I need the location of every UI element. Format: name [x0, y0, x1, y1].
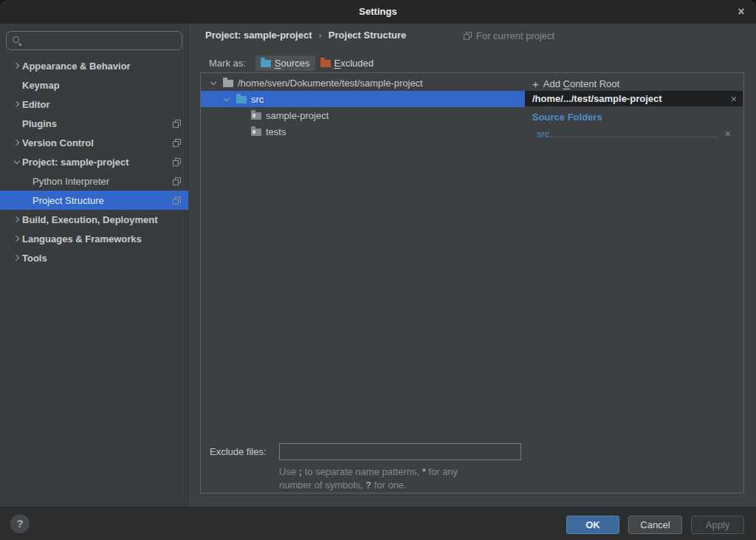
sidebar-item-appearance-behavior[interactable]: Appearance & Behavior	[0, 56, 188, 75]
chevron-down-icon[interactable]	[12, 161, 22, 163]
sidebar-item-editor[interactable]: Editor	[0, 95, 188, 114]
tree-row-label: sample-project	[266, 110, 329, 121]
sidebar-item-python-interpreter[interactable]: Python Interpreter	[0, 171, 188, 191]
sidebar-item-project[interactable]: Project: sample-project	[0, 152, 188, 171]
tree-row-sample-project[interactable]: sample-project	[201, 107, 525, 123]
chevron-right-icon[interactable]	[12, 217, 22, 222]
dialog-title: Settings	[0, 0, 756, 24]
sources-folder-icon	[261, 60, 271, 67]
exclude-files-input[interactable]	[279, 443, 521, 460]
content-roots-panel: + Add Content Root /home/.../test/sample…	[525, 72, 744, 493]
excluded-folder-icon	[320, 60, 331, 67]
source-folder-name[interactable]: src	[537, 129, 549, 140]
sidebar-item-languages-frameworks[interactable]: Languages & Frameworks	[0, 229, 188, 248]
scope-icon	[173, 196, 181, 205]
close-icon[interactable]: ×	[732, 3, 750, 21]
scope-icon	[173, 120, 181, 128]
content-root-path: /home/.../test/sample-project	[525, 93, 725, 104]
source-folders-title: Source Folders	[532, 112, 602, 123]
settings-dialog: Settings × Appearance & Behavior Keymap …	[0, 0, 756, 540]
scope-label: For current project	[476, 30, 554, 41]
folder-icon	[223, 80, 233, 87]
tree-row-label: src	[251, 94, 264, 105]
chevron-right-icon[interactable]	[12, 236, 22, 241]
sidebar-item-project-structure[interactable]: Project Structure	[0, 191, 188, 210]
sidebar-item-version-control[interactable]: Version Control	[0, 133, 188, 152]
apply-button[interactable]: Apply	[691, 516, 744, 534]
sidebar-item-keymap[interactable]: Keymap	[0, 75, 188, 95]
search-box[interactable]	[6, 31, 182, 50]
folder-icon	[251, 112, 261, 120]
folder-icon	[251, 129, 261, 136]
tree-row-label: /home/sven/Dokumente/test/sample-project	[238, 78, 423, 89]
chevron-right-icon[interactable]	[12, 140, 22, 145]
tree-row-label: tests	[266, 126, 286, 137]
search-input[interactable]	[26, 32, 177, 49]
chevron-right-icon[interactable]	[12, 64, 22, 68]
breadcrumb-page: Project Structure	[329, 30, 406, 41]
mark-sources-button[interactable]: Sources	[255, 55, 315, 71]
dotted-leader	[551, 137, 717, 137]
mark-excluded-button[interactable]: Excluded	[315, 55, 379, 71]
add-content-root-button[interactable]: + Add Content Root	[532, 76, 619, 91]
search-icon	[12, 35, 22, 46]
sidebar-item-tools[interactable]: Tools	[0, 248, 188, 267]
breadcrumb-separator: ›	[319, 30, 322, 41]
breadcrumb-project[interactable]: Project: sample-project	[205, 30, 312, 41]
ok-button[interactable]: OK	[566, 516, 619, 534]
remove-content-root-icon[interactable]: ×	[725, 93, 743, 105]
chevron-right-icon[interactable]	[12, 256, 22, 260]
folder-tree: /home/sven/Dokumente/test/sample-project…	[201, 75, 525, 140]
tree-row-src[interactable]: src	[201, 91, 525, 107]
tree-row-tests[interactable]: tests	[201, 123, 525, 140]
sidebar-item-plugins[interactable]: Plugins	[0, 114, 188, 133]
settings-sidebar: Appearance & Behavior Keymap Editor Plug…	[0, 24, 188, 507]
sidebar-item-build-execution-deployment[interactable]: Build, Execution, Deployment	[0, 210, 188, 229]
cancel-button[interactable]: Cancel	[628, 516, 682, 534]
scope-icon	[464, 32, 472, 40]
chevron-down-icon[interactable]	[208, 82, 219, 84]
sidebar-list: Appearance & Behavior Keymap Editor Plug…	[0, 56, 188, 267]
scope-indicator: For current project	[464, 30, 554, 41]
scope-icon	[173, 158, 181, 166]
remove-source-folder-icon[interactable]: ×	[719, 128, 737, 140]
mark-as-toolbar: Mark as: Sources Excluded	[209, 54, 379, 72]
tree-row-root[interactable]: /home/sven/Dokumente/test/sample-project	[201, 75, 525, 91]
scope-icon	[173, 139, 181, 147]
source-folder-icon	[236, 96, 247, 103]
title-bar: Settings ×	[0, 0, 756, 24]
help-button[interactable]: ?	[10, 514, 30, 533]
content-root-row[interactable]: /home/.../test/sample-project ×	[525, 91, 743, 106]
source-folder-row[interactable]: src ×	[537, 126, 737, 140]
breadcrumb: Project: sample-project › Project Struct…	[205, 30, 406, 41]
scope-icon	[173, 177, 181, 185]
plus-icon: +	[532, 78, 539, 90]
exclude-files-hint: Use ; to separate name patterns, * for a…	[279, 465, 458, 492]
dialog-footer: OK Cancel Apply	[0, 507, 756, 540]
chevron-right-icon[interactable]	[12, 102, 22, 106]
content-tree-panel: /home/sven/Dokumente/test/sample-project…	[200, 72, 526, 493]
chevron-down-icon[interactable]	[221, 98, 232, 100]
exclude-files-label: Exclude files:	[210, 444, 267, 460]
mark-as-label: Mark as:	[209, 58, 246, 69]
